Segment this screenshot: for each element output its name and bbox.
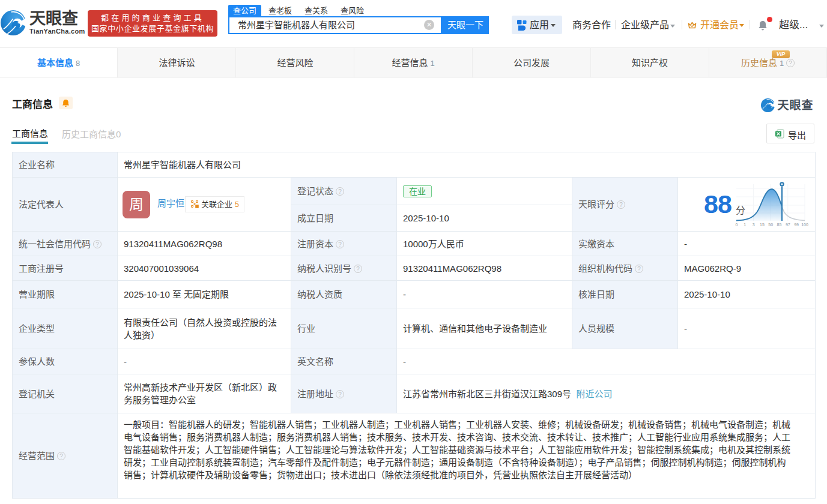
svg-text:1: 1 [744, 223, 746, 227]
svg-text:97: 97 [786, 223, 790, 227]
svg-text:50: 50 [768, 223, 773, 227]
svg-text:100: 100 [801, 223, 808, 227]
svg-text:85: 85 [777, 223, 782, 227]
svg-text:3: 3 [753, 223, 755, 227]
svg-text:0: 0 [736, 223, 738, 227]
svg-text:15: 15 [760, 223, 765, 227]
svg-text:99: 99 [794, 223, 799, 227]
